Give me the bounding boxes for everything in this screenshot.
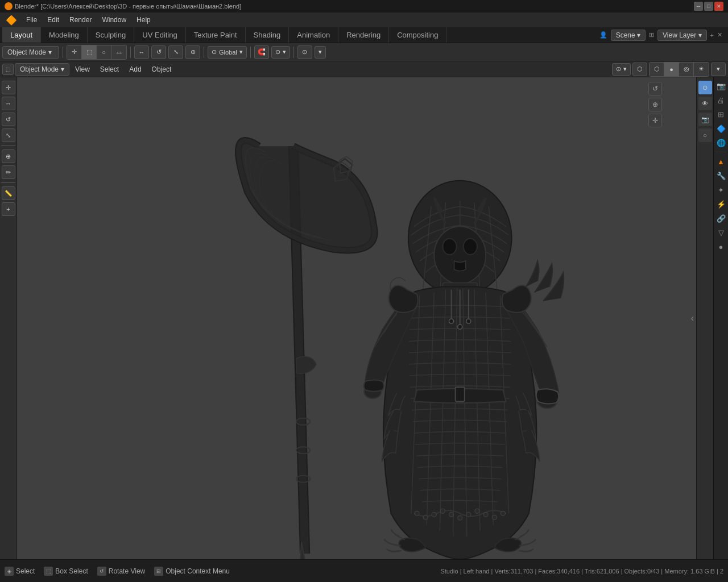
rotate-tool[interactable]: ↺ [151, 45, 166, 59]
transform-tool[interactable]: ⊕ [185, 45, 200, 59]
select-box-tool[interactable]: ⬚ [82, 45, 97, 59]
side-panel-toggle[interactable]: ‹ [691, 313, 694, 323]
menu-blender[interactable]: 🔶 [2, 15, 20, 26]
svg-point-42 [483, 512, 488, 517]
physics-props-icon[interactable]: ⚡ [715, 198, 727, 210]
right-viewport-panel: ⊙ 👁 📷 ○ [696, 77, 713, 559]
menu-window[interactable]: Window [97, 14, 131, 26]
svg-point-41 [475, 509, 479, 513]
render-props-icon[interactable]: 📷 [715, 80, 727, 92]
tab-texture-paint[interactable]: Texture Paint [186, 27, 246, 43]
transform-orientation-dropdown[interactable]: ⊙ Global ▾ [208, 46, 247, 59]
view-tools-group: ✛ ⬚ ○ ⌓ [67, 45, 127, 60]
select-circle-tool[interactable]: ○ [97, 45, 111, 59]
annotate-tool-left[interactable]: ✏ [2, 165, 15, 179]
snap-toggle[interactable]: 🧲 [254, 45, 269, 59]
tab-uv-editing[interactable]: UV Editing [134, 27, 185, 43]
pan-button[interactable]: ✛ [648, 114, 662, 127]
object-props-icon[interactable]: ▲ [715, 155, 727, 168]
transform-tool-left[interactable]: ⊕ [2, 149, 15, 163]
zoom-button[interactable]: ⊕ [648, 98, 662, 111]
3d-viewport[interactable]: ↺ ⊕ ✛ ‹ [17, 77, 696, 559]
scene-selector[interactable]: Scene ▾ [611, 30, 646, 41]
window-title: Blender* [C:\Users\Алексей\Desktop\3D - … [15, 3, 694, 10]
minimize-button[interactable]: ─ [694, 2, 703, 11]
menu-render[interactable]: Render [65, 14, 96, 26]
menu-help[interactable]: Help [132, 14, 155, 26]
orbit-button[interactable]: ↺ [648, 82, 662, 95]
rotate-tool-left[interactable]: ↺ [2, 113, 15, 126]
tab-layout[interactable]: Layout [2, 27, 41, 43]
xray-toggle[interactable]: ⬡ [632, 63, 647, 76]
add-object-tool-left[interactable]: + [2, 202, 15, 216]
toolbar-separator-5 [293, 47, 294, 58]
svg-point-40 [466, 512, 471, 517]
output-props-icon[interactable]: 🖨 [715, 94, 727, 106]
move-tool[interactable]: ↔ [134, 45, 149, 59]
tab-shading[interactable]: Shading [246, 27, 289, 43]
maximize-button[interactable]: □ [704, 2, 713, 11]
move-tool-left[interactable]: ↔ [2, 97, 15, 110]
close-button[interactable]: ✕ [714, 2, 723, 11]
measure-tool-left[interactable]: 📏 [2, 186, 15, 200]
add-menu[interactable]: Add [125, 64, 146, 75]
scale-tool-left[interactable]: ⤡ [2, 128, 15, 142]
material-props-icon[interactable]: ● [715, 240, 727, 253]
scale-tool[interactable]: ⤡ [168, 45, 183, 59]
proportional-edit-dropdown[interactable]: ▾ [315, 46, 326, 59]
viewport-overlays-dropdown[interactable]: ⊙ ▾ [612, 63, 631, 76]
view-angle-top[interactable]: ⊙ [698, 81, 712, 94]
navigation-gizmo: ↺ ⊕ ✛ [648, 82, 662, 127]
view-layer-props-icon[interactable]: ⊞ [715, 108, 727, 120]
status-box-select-item: ⬚ Box Select [44, 567, 88, 576]
left-tool-panel: ✛ ↔ ↺ ⤡ ⊕ ✏ 📏 + [0, 77, 17, 559]
view-persp[interactable]: ○ [698, 128, 712, 142]
menu-edit[interactable]: Edit [43, 14, 64, 26]
view-menu[interactable]: View [71, 64, 94, 75]
tool-divider [1, 146, 15, 146]
constraints-props-icon[interactable]: 🔗 [715, 212, 727, 225]
world-props-icon[interactable]: 🌐 [715, 136, 727, 149]
cursor-tool[interactable]: ✛ [67, 45, 82, 59]
svg-point-44 [500, 511, 505, 516]
rotate-view-icon: ↺ [97, 567, 106, 576]
viewport-mode-toggle[interactable]: ⬚ [2, 64, 14, 75]
select-menu[interactable]: Select [96, 64, 123, 75]
solid-shading[interactable]: ● [664, 63, 679, 76]
modifier-props-icon[interactable]: 🔧 [715, 169, 727, 182]
props-divider [715, 152, 727, 152]
toolbar-separator-4 [250, 47, 251, 58]
view-layer-selector[interactable]: View Layer ▾ [657, 30, 707, 41]
cursor-tool-left[interactable]: ✛ [2, 81, 15, 94]
menu-file[interactable]: File [22, 14, 42, 26]
tab-sculpting[interactable]: Sculpting [88, 27, 134, 43]
toolbar-3d: Object Mode ▾ ✛ ⬚ ○ ⌓ ↔ ↺ ⤡ ⊕ ⊙ Global ▾… [0, 43, 728, 61]
tab-animation[interactable]: Animation [289, 27, 338, 43]
snap-element-dropdown[interactable]: ⊙ ▾ [271, 46, 290, 59]
select-lasso-tool[interactable]: ⌓ [111, 45, 126, 59]
tab-modeling[interactable]: Modeling [41, 27, 88, 43]
tool-divider-2 [1, 182, 15, 183]
tab-rendering[interactable]: Rendering [338, 27, 389, 43]
properties-panel: 📷 🖨 ⊞ 🔷 🌐 ▲ 🔧 ✦ ⚡ 🔗 ▽ ● [713, 77, 728, 559]
svg-point-34 [415, 511, 419, 516]
object-menu[interactable]: Object [147, 64, 176, 75]
rendered-shading[interactable]: ☀ [694, 63, 709, 76]
particles-props-icon[interactable]: ✦ [715, 184, 727, 196]
mode-dropdown[interactable]: Object Mode ▾ [15, 63, 69, 76]
material-shading[interactable]: ◎ [679, 63, 694, 76]
svg-point-31 [458, 325, 462, 329]
tab-compositing[interactable]: Compositing [389, 27, 446, 43]
proportional-edit-toggle[interactable]: ⊙ [297, 45, 312, 59]
view-camera[interactable]: 📷 [698, 113, 712, 126]
object-mode-dropdown[interactable]: Object Mode ▾ [2, 46, 59, 59]
wireframe-shading[interactable]: ⬡ [650, 63, 664, 76]
data-props-icon[interactable]: ▽ [715, 226, 727, 239]
status-select-item: ◈ Select [5, 567, 35, 576]
scene-props-icon[interactable]: 🔷 [715, 122, 727, 135]
shading-options[interactable]: ▾ [711, 63, 726, 76]
header-bar: ⬚ Object Mode ▾ View Select Add Object ⊙… [0, 61, 728, 77]
view-angle-side[interactable]: 👁 [698, 97, 712, 110]
svg-point-39 [458, 516, 462, 520]
box-select-icon: ⬚ [44, 567, 53, 576]
